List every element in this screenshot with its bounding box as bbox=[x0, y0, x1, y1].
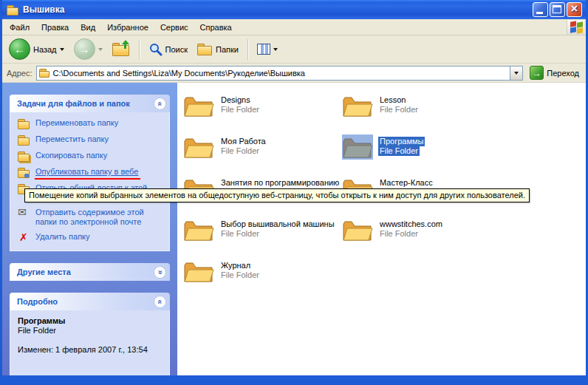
forward-dropdown-caret-icon[interactable] bbox=[98, 48, 103, 51]
task-item[interactable]: Переместить папку bbox=[18, 134, 165, 146]
folder-name: Мастер-Класс bbox=[378, 178, 434, 188]
task-item[interactable]: Переименовать папку bbox=[18, 118, 165, 129]
folder-item[interactable]: Моя Работа File Folder bbox=[183, 134, 342, 176]
task-label[interactable]: Отправить содержимое этой папки по элект… bbox=[35, 208, 165, 227]
task-pane-sidebar: Задачи для файлов и папок Переименовать … bbox=[2, 83, 177, 375]
views-button[interactable] bbox=[253, 42, 281, 56]
folder-type: File Folder bbox=[219, 105, 261, 115]
folder-labels: Журнал File Folder bbox=[219, 259, 261, 280]
folder-name: Lesson bbox=[378, 95, 407, 105]
folder-item[interactable]: Программы File Folder bbox=[342, 134, 501, 176]
toolbar: Назад Поиск Папки bbox=[2, 35, 586, 64]
file-tasks-list: Переименовать папку Переместить папку Ск… bbox=[10, 112, 170, 251]
folder-icon bbox=[183, 93, 214, 118]
task-label[interactable]: Переместить папку bbox=[35, 134, 109, 144]
details-header[interactable]: Подробно bbox=[10, 293, 170, 310]
rename-folder-icon bbox=[18, 118, 30, 129]
views-icon bbox=[257, 44, 270, 55]
folder-icon bbox=[183, 217, 214, 242]
chevron-up-icon[interactable] bbox=[154, 98, 166, 110]
minimize-button[interactable] bbox=[533, 2, 548, 17]
folder-icon bbox=[342, 93, 373, 118]
address-bar: Адрес: C:\Documents and Settings\Liza\My… bbox=[2, 64, 586, 83]
back-dropdown-caret-icon[interactable] bbox=[60, 48, 64, 51]
task-label[interactable]: Удалить папку bbox=[35, 232, 90, 242]
menu-item[interactable]: Вид bbox=[75, 21, 101, 34]
windows-logo-icon bbox=[567, 20, 584, 35]
details-body: Программы File Folder Изменен: 1 февраля… bbox=[10, 310, 170, 375]
task-label[interactable]: Переименовать папку bbox=[35, 118, 118, 128]
folder-icon bbox=[342, 217, 373, 242]
menu-item[interactable]: Сервис bbox=[154, 21, 194, 34]
address-label: Адрес: bbox=[4, 69, 33, 78]
back-button[interactable]: Назад bbox=[5, 37, 68, 61]
other-places-panel: Другие места bbox=[10, 263, 170, 281]
titlebar[interactable]: Вышивка bbox=[2, 0, 586, 19]
address-input[interactable]: C:\Documents and Settings\Liza\My Docume… bbox=[36, 66, 524, 81]
forward-arrow-icon bbox=[74, 38, 95, 60]
folder-labels: Выбор вышивальной машины File Folder bbox=[219, 217, 336, 239]
folder-item[interactable]: wwwstitches.com File Folder bbox=[342, 217, 501, 259]
address-folder-icon bbox=[39, 68, 50, 78]
folder-name: Designs bbox=[219, 95, 252, 105]
task-label[interactable]: Скопировать папку bbox=[35, 151, 107, 160]
folder-icon bbox=[183, 259, 214, 284]
search-button[interactable]: Поиск bbox=[145, 41, 191, 58]
views-dropdown-caret-icon[interactable] bbox=[273, 48, 278, 51]
search-label: Поиск bbox=[165, 45, 188, 54]
task-label[interactable]: Опубликовать папку в вебе bbox=[35, 167, 138, 177]
folder-icon bbox=[183, 134, 214, 160]
chevron-up-icon[interactable] bbox=[154, 296, 166, 308]
folder-labels: Lesson File Folder bbox=[378, 93, 420, 115]
file-tasks-header[interactable]: Задачи для файлов и папок bbox=[10, 95, 170, 112]
toolbar-separator bbox=[247, 39, 248, 60]
other-places-header[interactable]: Другие места bbox=[10, 263, 170, 281]
up-folder-icon bbox=[112, 42, 130, 56]
folder-type: File Folder bbox=[219, 229, 261, 239]
go-button[interactable]: Переход bbox=[527, 66, 584, 80]
email-icon bbox=[18, 208, 30, 219]
delete-icon bbox=[18, 232, 30, 243]
chevron-down-icon[interactable] bbox=[154, 266, 166, 279]
publish-folder-icon bbox=[18, 167, 30, 178]
menu-item[interactable]: Избранное bbox=[101, 21, 154, 34]
back-label: Назад bbox=[33, 45, 57, 54]
back-arrow-icon bbox=[9, 38, 30, 60]
folder-labels: wwwstitches.com File Folder bbox=[378, 217, 444, 239]
task-item[interactable]: Скопировать папку bbox=[18, 151, 165, 162]
maximize-button[interactable] bbox=[550, 2, 565, 17]
folder-name: Программы bbox=[378, 137, 425, 146]
folder-type: File Folder bbox=[378, 105, 420, 115]
folders-button[interactable]: Папки bbox=[194, 41, 242, 57]
window-controls bbox=[533, 2, 582, 17]
toolbar-separator bbox=[139, 39, 140, 60]
folder-item[interactable]: Выбор вышивальной машины File Folder bbox=[183, 217, 342, 259]
folder-labels: Моя Работа File Folder bbox=[219, 134, 267, 156]
menu-item[interactable]: Справка bbox=[194, 21, 238, 34]
window-folder-icon bbox=[7, 4, 19, 16]
folder-name: Журнал bbox=[219, 261, 252, 270]
details-panel: Подробно Программы File Folder Изменен: … bbox=[10, 293, 170, 375]
address-dropdown-button[interactable] bbox=[510, 67, 522, 80]
up-button[interactable] bbox=[109, 41, 134, 58]
details-folder-name: Программы bbox=[18, 316, 165, 326]
folder-type: File Folder bbox=[219, 270, 261, 280]
menu-item[interactable]: Файл bbox=[4, 21, 35, 34]
folder-type: File Folder bbox=[378, 146, 420, 156]
forward-button[interactable] bbox=[70, 37, 106, 61]
folder-item[interactable]: Журнал File Folder bbox=[183, 259, 342, 300]
file-tasks-panel: Задачи для файлов и папок Переименовать … bbox=[10, 95, 170, 251]
folders-label: Папки bbox=[216, 45, 239, 54]
file-list: Designs File Folder Lesson File Folder bbox=[177, 83, 586, 375]
go-arrow-icon bbox=[530, 66, 544, 80]
task-item[interactable]: Отправить содержимое этой папки по элект… bbox=[18, 208, 165, 227]
details-modified: Изменен: 1 февраля 2007 г., 13:54 bbox=[18, 345, 165, 355]
folder-item[interactable]: Designs File Folder bbox=[183, 93, 342, 134]
address-path[interactable]: C:\Documents and Settings\Liza\My Docume… bbox=[53, 69, 507, 78]
folder-item[interactable]: Lesson File Folder bbox=[342, 93, 501, 134]
folder-name: Выбор вышивальной машины bbox=[219, 219, 336, 229]
task-item[interactable]: Опубликовать папку в вебе bbox=[18, 167, 165, 178]
task-item[interactable]: Удалить папку bbox=[18, 232, 165, 243]
menu-item[interactable]: Правка bbox=[35, 21, 75, 34]
close-button[interactable] bbox=[567, 2, 582, 17]
